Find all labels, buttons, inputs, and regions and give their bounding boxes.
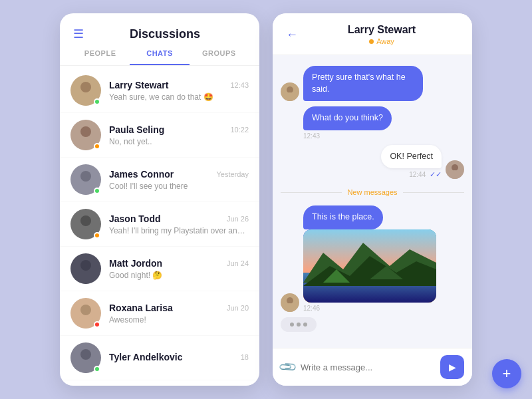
svg-point-10: [80, 305, 91, 315]
send-button[interactable]: ▶: [440, 355, 464, 379]
avatar-wrap: [70, 209, 101, 239]
message-input-area: 📎 ▶: [273, 348, 472, 386]
msg-avatar: [446, 160, 464, 179]
status-dot: [94, 232, 100, 239]
contact-status: Away: [305, 37, 459, 45]
chat-name: Matt Jordon: [109, 258, 162, 269]
left-panel-title: Discussions: [84, 27, 246, 41]
message-input[interactable]: [301, 362, 435, 372]
left-panel: ☰ Discussions PEOPLE CHATS GROUPS Larry …: [60, 13, 259, 386]
chat-time: 18: [241, 353, 249, 361]
tick-icon: ✓✓: [430, 170, 442, 178]
divider-text: New messages: [347, 188, 397, 196]
svg-point-5: [77, 182, 94, 195]
list-item[interactable]: Matt Jordon Jun 24 Good night! 🤔: [60, 247, 259, 291]
svg-point-13: [77, 360, 94, 373]
msg-group: OK! Perfect 12:44 ✓✓: [381, 145, 442, 180]
list-item[interactable]: Roxana Larisa Jun 20 Awesome!: [60, 291, 259, 336]
status-dot: [94, 143, 100, 150]
image-bubble: [303, 229, 436, 303]
chat-time: Jun 26: [227, 215, 249, 223]
typing-indicator: [281, 317, 317, 332]
typing-dot: [297, 323, 301, 327]
message-bubble: Pretty sure that's what he said.: [303, 66, 423, 101]
svg-point-6: [80, 215, 91, 226]
chat-name: Roxana Larisa: [109, 303, 173, 313]
msg-group: Pretty sure that's what he said.: [303, 66, 423, 101]
message-row: This is the place.: [281, 205, 464, 312]
chat-time: Jun 24: [227, 259, 249, 267]
divider-line: [403, 192, 464, 193]
svg-point-9: [77, 271, 94, 284]
image-preview: [303, 229, 436, 303]
chat-time: 12:43: [230, 81, 249, 89]
list-item[interactable]: Paula Seling 10:22 No, not yet..: [60, 113, 259, 158]
tab-people[interactable]: PEOPLE: [70, 49, 130, 65]
svg-point-15: [284, 92, 296, 101]
list-item[interactable]: James Connor Yesterday Cool! I'll see yo…: [60, 158, 259, 202]
list-item[interactable]: Jason Todd Jun 26 Yeah! I'll bring my Pl…: [60, 202, 259, 247]
chat-name: Paula Seling: [109, 124, 164, 135]
avatar-wrap: [70, 253, 101, 284]
chat-info: Jason Todd Jun 26 Yeah! I'll bring my Pl…: [109, 213, 249, 235]
msg-time: 12:43: [303, 132, 320, 140]
chat-info: Tyler Andelkovic 18: [109, 352, 249, 364]
chat-preview: Yeah sure, we can do that 🤩: [109, 92, 249, 102]
chat-name: Larry Stewart: [109, 80, 168, 90]
away-dot: [369, 39, 374, 44]
msg-avatar: [281, 82, 299, 101]
chat-name: James Connor: [109, 169, 174, 180]
list-item[interactable]: Tyler Andelkovic 18: [60, 336, 259, 380]
chat-time: 10:22: [230, 126, 249, 134]
svg-point-1: [77, 92, 94, 106]
svg-point-17: [449, 170, 461, 179]
msg-group: What do you think? 12:43: [303, 106, 392, 140]
msg-time: 12:46: [303, 305, 320, 312]
status-dot: [94, 98, 100, 105]
contact-info: Larry Stewart Away: [305, 24, 459, 45]
chat-preview: Good night! 🤔: [109, 271, 249, 280]
menu-icon[interactable]: ☰: [73, 27, 84, 41]
back-button[interactable]: ←: [286, 28, 298, 42]
chat-info: Matt Jordon Jun 24 Good night! 🤔: [109, 258, 249, 280]
left-header: ☰ Discussions: [60, 13, 259, 41]
svg-point-3: [77, 137, 94, 150]
status-dot: [94, 321, 100, 328]
chat-name: Tyler Andelkovic: [109, 352, 182, 362]
chat-preview: Cool! I'll see you there: [109, 182, 249, 191]
new-messages-divider: New messages: [281, 188, 464, 196]
tab-bar: PEOPLE CHATS GROUPS: [60, 41, 259, 66]
chat-preview: Yeah! I'll bring my Playstatin over and …: [109, 226, 249, 235]
typing-row: [281, 317, 464, 332]
avatar-wrap: [70, 342, 101, 373]
attach-icon[interactable]: 📎: [277, 356, 298, 377]
chat-list: Larry Stewart 12:43 Yeah sure, we can do…: [60, 66, 259, 386]
message-row: Pretty sure that's what he said.: [281, 66, 464, 101]
message-row: What do you think? 12:43: [281, 106, 464, 140]
right-panel: ← Larry Stewart Away Pretty sure that's …: [273, 13, 472, 386]
message-bubble: This is the place.: [303, 205, 383, 229]
status-dot: [94, 366, 100, 372]
contact-name: Larry Stewart: [305, 24, 459, 36]
msg-avatar: [281, 293, 299, 312]
avatar-wrap: [70, 75, 101, 106]
tab-chats[interactable]: CHATS: [130, 49, 189, 65]
tab-groups[interactable]: GROUPS: [190, 49, 249, 65]
right-header: ← Larry Stewart Away: [273, 13, 472, 55]
chat-preview: No, not yet..: [109, 137, 249, 146]
svg-point-7: [77, 226, 94, 239]
avatar-wrap: [70, 298, 101, 329]
message-bubble: What do you think?: [303, 106, 392, 130]
message-bubble: OK! Perfect: [381, 145, 442, 169]
chat-info: Paula Seling 10:22 No, not yet..: [109, 124, 249, 146]
chat-name: Jason Todd: [109, 213, 161, 224]
svg-point-0: [80, 82, 91, 92]
list-item[interactable]: Larry Stewart 12:43 Yeah sure, we can do…: [60, 68, 259, 113]
chat-time: Jun 20: [227, 304, 249, 312]
chat-info: Roxana Larisa Jun 20 Awesome!: [109, 303, 249, 325]
chat-info: Larry Stewart 12:43 Yeah sure, we can do…: [109, 80, 249, 102]
msg-time: 12:44 ✓✓: [409, 170, 442, 179]
divider-line: [281, 192, 342, 193]
typing-dot: [290, 323, 294, 327]
svg-point-18: [287, 297, 293, 304]
